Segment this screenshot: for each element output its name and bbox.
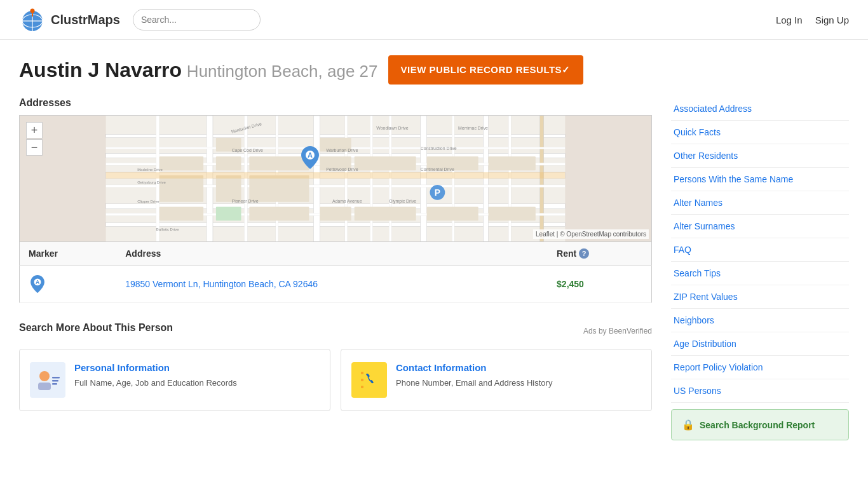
zoom-in-button[interactable]: + (26, 122, 43, 139)
map-controls: + − (26, 122, 43, 156)
title-area: Austin J Navarro Huntington Beach, age 2… (19, 40, 849, 97)
page-title: Austin J Navarro Huntington Beach, age 2… (19, 58, 378, 82)
leaflet-text: Leaflet (536, 231, 555, 238)
svg-rect-30 (159, 175, 203, 202)
ads-label: Ads by BeenVerified (583, 327, 652, 336)
addresses-section: Addresses (19, 97, 652, 303)
svg-text:Pettswood Drive: Pettswood Drive (326, 167, 358, 172)
sidebar-links: Associated Address Quick Facts Other Res… (671, 97, 849, 403)
sidebar-link-persons-same-name[interactable]: Persons With the Same Name (671, 168, 849, 191)
person-location: Huntington Beach, age 27 (187, 62, 378, 81)
svg-text:Gettysburg Drive: Gettysburg Drive (137, 180, 166, 184)
cards-row: Personal Information Full Name, Age, Job… (19, 349, 652, 411)
svg-text:Adams Avenue: Adams Avenue (332, 199, 362, 203)
sidebar: Associated Address Quick Facts Other Res… (671, 97, 849, 440)
svg-text:Cape Cod Drive: Cape Cod Drive (232, 148, 263, 153)
sidebar-item-persons-same-name: Persons With the Same Name (671, 168, 849, 191)
svg-rect-74 (52, 383, 57, 385)
map-attribution: Leaflet | © OpenStreetMap contributors (533, 229, 649, 239)
address-table: Marker Address Rent ? (19, 242, 652, 303)
rent-value: $2,450 (557, 279, 584, 289)
login-link[interactable]: Log In (776, 15, 803, 25)
svg-rect-41 (355, 156, 416, 170)
osm-text: OpenStreetMap (566, 231, 611, 238)
svg-rect-48 (106, 172, 566, 179)
search-background-label: Search Background Report (700, 420, 815, 430)
address-header: Address (116, 242, 548, 266)
address-link[interactable]: 19850 Vermont Ln, Huntington Beach, CA 9… (125, 279, 318, 289)
svg-text:Merrimac Drive: Merrimac Drive (458, 126, 488, 130)
sidebar-link-report-violation[interactable]: Report Policy Violation (671, 356, 849, 379)
header: ClustrMaps Log In Sign Up (0, 0, 868, 40)
svg-text:Clipper Drive: Clipper Drive (137, 200, 159, 203)
contact-info-icon (351, 362, 387, 398)
svg-rect-78 (361, 386, 363, 388)
main-column: Addresses (19, 97, 652, 411)
svg-rect-47 (216, 207, 241, 221)
sidebar-link-zip-rent[interactable]: ZIP Rent Values (671, 285, 849, 308)
sidebar-link-age-distribution[interactable]: Age Distribution (671, 332, 849, 355)
sidebar-item-faq: FAQ (671, 238, 849, 262)
sidebar-link-associated-address[interactable]: Associated Address (671, 97, 849, 120)
svg-rect-11 (106, 222, 566, 226)
personal-info-content: Personal Information Full Name, Age, Job… (74, 362, 320, 390)
contact-info-card: Contact Information Phone Number, Email … (341, 349, 652, 411)
search-input[interactable] (133, 9, 261, 30)
svg-rect-76 (361, 372, 363, 374)
logo-link[interactable]: ClustrMaps (19, 6, 120, 33)
address-cell: 19850 Vermont Ln, Huntington Beach, CA 9… (116, 266, 548, 303)
marker-a-icon: A (29, 273, 46, 295)
svg-text:Continental Drive: Continental Drive (421, 167, 454, 172)
sidebar-link-alter-surnames[interactable]: Alter Surnames (671, 215, 849, 238)
rent-cell: $2,450 (548, 266, 651, 303)
sidebar-item-zip-rent: ZIP Rent Values (671, 285, 849, 309)
svg-rect-33 (216, 156, 241, 170)
view-record-button[interactable]: VIEW PUBLIC RECORD RESULTS✓ (388, 55, 583, 85)
signup-link[interactable]: Sign Up (815, 15, 849, 25)
svg-point-70 (39, 371, 50, 381)
search-background-button[interactable]: 🔒 Search Background Report (671, 409, 849, 440)
logo-icon (19, 6, 46, 33)
svg-text:A: A (308, 151, 313, 159)
sidebar-link-other-residents[interactable]: Other Residents (671, 144, 849, 167)
search-more-section: Search More About This Person Ads by Bee… (19, 322, 652, 411)
sidebar-item-other-residents: Other Residents (671, 144, 849, 168)
svg-rect-77 (361, 379, 363, 381)
svg-rect-29 (159, 156, 203, 170)
marker-cell: A (20, 266, 117, 303)
map-pin: A (301, 146, 319, 171)
svg-rect-72 (52, 377, 60, 379)
svg-text:Warburton Drive: Warburton Drive (326, 148, 358, 152)
rent-header: Rent ? (548, 242, 651, 266)
lock-icon: 🔒 (682, 419, 695, 431)
personal-info-desc: Full Name, Age, Job and Education Record… (74, 377, 320, 390)
svg-text:A: A (36, 279, 39, 285)
addresses-title: Addresses (19, 97, 652, 109)
svg-text:Pioneer Drive: Pioneer Drive (232, 199, 259, 203)
logo-text: ClustrMaps (51, 13, 120, 27)
rent-help-icon[interactable]: ? (579, 248, 589, 259)
sidebar-link-faq[interactable]: FAQ (671, 238, 849, 261)
svg-rect-46 (489, 207, 536, 221)
svg-rect-45 (489, 156, 536, 170)
svg-rect-40 (320, 207, 351, 221)
svg-rect-44 (427, 207, 478, 221)
svg-rect-73 (52, 380, 58, 382)
sidebar-link-neighbors[interactable]: Neighbors (671, 309, 849, 332)
sidebar-item-us-persons: US Persons (671, 379, 849, 403)
svg-rect-36 (249, 175, 309, 202)
sidebar-item-report-violation: Report Policy Violation (671, 356, 849, 379)
sidebar-item-associated-address: Associated Address (671, 97, 849, 121)
sidebar-link-us-persons[interactable]: US Persons (671, 379, 849, 402)
map-container: P Nantucket Drive Woodlawn Drive Merrima… (19, 115, 652, 242)
sidebar-link-quick-facts[interactable]: Quick Facts (671, 121, 849, 144)
sidebar-link-alter-names[interactable]: Alter Names (671, 191, 849, 214)
svg-point-4 (31, 9, 35, 13)
main-content: Austin J Navarro Huntington Beach, age 2… (0, 40, 868, 440)
sidebar-link-search-tips[interactable]: Search Tips (671, 262, 849, 285)
marker-header: Marker (20, 242, 117, 266)
sidebar-item-alter-names: Alter Names (671, 191, 849, 215)
personal-info-title[interactable]: Personal Information (74, 362, 320, 373)
zoom-out-button[interactable]: − (26, 139, 43, 156)
contact-info-title[interactable]: Contact Information (396, 362, 641, 373)
